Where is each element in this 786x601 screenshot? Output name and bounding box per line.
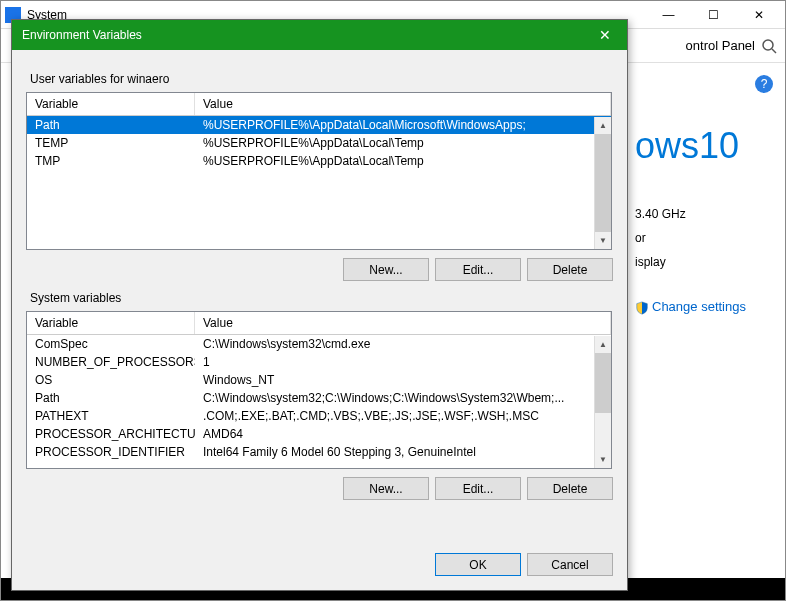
- cell-variable: Path: [27, 389, 195, 407]
- scroll-down-icon[interactable]: ▼: [595, 232, 611, 249]
- dialog-title: Environment Variables: [22, 28, 582, 42]
- spec-processor: or: [635, 231, 775, 245]
- ok-button[interactable]: OK: [435, 553, 521, 576]
- cell-value: C:\Windows\system32\cmd.exe: [195, 335, 611, 353]
- sys-vars-label: System variables: [30, 291, 613, 305]
- change-settings-link[interactable]: Change settings: [635, 299, 775, 315]
- window-controls: — ☐ ✕: [646, 1, 781, 29]
- user-buttons: New... Edit... Delete: [26, 258, 613, 281]
- shield-icon: [635, 301, 649, 315]
- dialog-close-button[interactable]: ✕: [582, 20, 627, 50]
- spec-display: isplay: [635, 255, 775, 269]
- cell-value: .COM;.EXE;.BAT;.CMD;.VBS;.VBE;.JS;.JSE;.…: [195, 407, 611, 425]
- cell-variable: PROCESSOR_IDENTIFIER: [27, 443, 195, 461]
- env-vars-dialog: Environment Variables ✕ User variables f…: [11, 19, 628, 591]
- minimize-button[interactable]: —: [646, 1, 691, 29]
- cell-value: C:\Windows\system32;C:\Windows;C:\Window…: [195, 389, 611, 407]
- user-list-header: Variable Value: [27, 93, 611, 116]
- sys-new-button[interactable]: New...: [343, 477, 429, 500]
- table-row[interactable]: PROCESSOR_ARCHITECTUREAMD64: [27, 425, 611, 443]
- table-row[interactable]: PathC:\Windows\system32;C:\Windows;C:\Wi…: [27, 389, 611, 407]
- scroll-down-icon[interactable]: ▼: [595, 451, 611, 468]
- maximize-button[interactable]: ☐: [691, 1, 736, 29]
- cell-value: %USERPROFILE%\AppData\Local\Microsoft\Wi…: [195, 116, 611, 134]
- table-row[interactable]: OSWindows_NT: [27, 371, 611, 389]
- cell-variable: PATHEXT: [27, 407, 195, 425]
- table-row[interactable]: TMP%USERPROFILE%\AppData\Local\Temp: [27, 152, 611, 170]
- user-scrollbar[interactable]: ▲ ▼: [594, 117, 611, 249]
- cell-value: %USERPROFILE%\AppData\Local\Temp: [195, 134, 611, 152]
- cell-value: AMD64: [195, 425, 611, 443]
- table-row[interactable]: PATHEXT.COM;.EXE;.BAT;.CMD;.VBS;.VBE;.JS…: [27, 407, 611, 425]
- table-row[interactable]: TEMP%USERPROFILE%\AppData\Local\Temp: [27, 134, 611, 152]
- cell-value: Intel64 Family 6 Model 60 Stepping 3, Ge…: [195, 443, 611, 461]
- windows-10-logo-text: ows10: [635, 125, 775, 167]
- user-delete-button[interactable]: Delete: [527, 258, 613, 281]
- cell-variable: OS: [27, 371, 195, 389]
- scroll-thumb[interactable]: [595, 134, 611, 234]
- table-row[interactable]: NUMBER_OF_PROCESSORS1: [27, 353, 611, 371]
- table-row[interactable]: ComSpecC:\Windows\system32\cmd.exe: [27, 335, 611, 353]
- cancel-button[interactable]: Cancel: [527, 553, 613, 576]
- search-icon[interactable]: [761, 38, 777, 54]
- cell-variable: ComSpec: [27, 335, 195, 353]
- header-value[interactable]: Value: [195, 312, 611, 334]
- sys-edit-button[interactable]: Edit...: [435, 477, 521, 500]
- sys-buttons: New... Edit... Delete: [26, 477, 613, 500]
- table-row[interactable]: PROCESSOR_IDENTIFIERIntel64 Family 6 Mod…: [27, 443, 611, 461]
- scroll-up-icon[interactable]: ▲: [595, 117, 611, 134]
- cell-variable: TMP: [27, 152, 195, 170]
- system-content: ows10 3.40 GHz or isplay Change settings: [635, 65, 775, 315]
- scroll-up-icon[interactable]: ▲: [595, 336, 611, 353]
- header-value[interactable]: Value: [195, 93, 611, 115]
- user-list-body: Path%USERPROFILE%\AppData\Local\Microsof…: [27, 116, 611, 170]
- sys-list-body: ComSpecC:\Windows\system32\cmd.exeNUMBER…: [27, 335, 611, 461]
- cell-value: %USERPROFILE%\AppData\Local\Temp: [195, 152, 611, 170]
- header-variable[interactable]: Variable: [27, 93, 195, 115]
- cell-variable: PROCESSOR_ARCHITECTURE: [27, 425, 195, 443]
- user-vars-list[interactable]: Variable Value Path%USERPROFILE%\AppData…: [26, 92, 612, 250]
- cell-variable: Path: [27, 116, 195, 134]
- sys-scrollbar[interactable]: ▲ ▼: [594, 336, 611, 468]
- close-button[interactable]: ✕: [736, 1, 781, 29]
- svg-line-1: [772, 49, 776, 53]
- sys-list-header: Variable Value: [27, 312, 611, 335]
- breadcrumb-text[interactable]: ontrol Panel: [686, 38, 755, 53]
- dialog-titlebar: Environment Variables ✕: [12, 20, 627, 50]
- svg-point-0: [763, 40, 773, 50]
- table-row[interactable]: Path%USERPROFILE%\AppData\Local\Microsof…: [27, 116, 611, 134]
- dialog-footer: OK Cancel: [435, 553, 613, 576]
- user-vars-label: User variables for winaero: [30, 72, 613, 86]
- cell-variable: NUMBER_OF_PROCESSORS: [27, 353, 195, 371]
- user-edit-button[interactable]: Edit...: [435, 258, 521, 281]
- user-new-button[interactable]: New...: [343, 258, 429, 281]
- system-specs: 3.40 GHz or isplay: [635, 207, 775, 269]
- header-variable[interactable]: Variable: [27, 312, 195, 334]
- dialog-body: User variables for winaero Variable Valu…: [12, 50, 627, 512]
- cell-value: Windows_NT: [195, 371, 611, 389]
- cell-variable: TEMP: [27, 134, 195, 152]
- sys-vars-list[interactable]: Variable Value ComSpecC:\Windows\system3…: [26, 311, 612, 469]
- scroll-thumb[interactable]: [595, 353, 611, 413]
- spec-ghz: 3.40 GHz: [635, 207, 775, 221]
- sys-delete-button[interactable]: Delete: [527, 477, 613, 500]
- cell-value: 1: [195, 353, 611, 371]
